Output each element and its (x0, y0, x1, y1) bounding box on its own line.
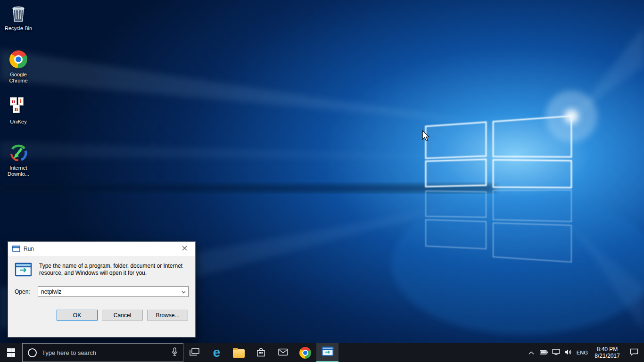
desktop-icon-label: UniKey (10, 119, 26, 125)
network-button[interactable] (550, 343, 562, 362)
desktop-icon-unikey[interactable]: uin UniKey (1, 96, 36, 125)
recycle-bin-icon (8, 3, 29, 24)
task-view-button[interactable] (183, 343, 206, 362)
ok-button[interactable]: OK (57, 310, 98, 321)
run-taskbar-button[interactable] (316, 343, 339, 362)
file-explorer-button[interactable] (228, 343, 250, 362)
desktop-icon-label: Google Chrome (2, 72, 35, 84)
run-dialog-title: Run (24, 246, 34, 252)
battery-icon (540, 349, 548, 356)
close-button[interactable] (174, 242, 195, 255)
cortana-icon (28, 348, 37, 357)
battery-button[interactable] (537, 343, 550, 362)
open-label: Open: (15, 288, 38, 295)
microphone-icon[interactable] (172, 347, 178, 358)
run-dialog-icon (15, 263, 33, 278)
unikey-icon: uin (8, 96, 29, 117)
task-view-icon (190, 348, 199, 357)
edge-button[interactable]: e (206, 343, 228, 362)
close-icon (182, 245, 187, 252)
idm-icon (8, 142, 29, 163)
file-explorer-icon (233, 349, 245, 358)
run-dialog-titlebar[interactable]: Run (8, 242, 195, 256)
volume-icon (564, 349, 572, 357)
system-tray: ENG 8:40 PM 8/21/2017 (525, 343, 644, 362)
desktop-icon-google-chrome[interactable]: Google Chrome (1, 49, 36, 84)
chrome-button[interactable] (294, 343, 316, 362)
taskbar: Type here to search e (0, 343, 644, 362)
desktop-icon-recycle-bin[interactable]: Recycle Bin (1, 3, 36, 32)
chrome-icon (299, 347, 311, 359)
clock-time: 8:40 PM (597, 346, 618, 353)
search-input[interactable]: Type here to search (22, 343, 183, 362)
language-indicator[interactable]: ENG (574, 343, 590, 362)
run-dialog-body: Type the name of a program, folder, docu… (8, 256, 195, 321)
desktop-icon-label: Internet Downlo... (2, 165, 35, 177)
run-app-icon (322, 346, 334, 358)
cancel-button[interactable]: Cancel (102, 310, 143, 321)
run-dialog: Run Type the name of a program, folder, … (8, 241, 196, 337)
browse-button[interactable]: Browse... (147, 310, 188, 321)
taskbar-clock[interactable]: 8:40 PM 8/21/2017 (590, 343, 624, 362)
chevron-down-icon (182, 288, 186, 295)
tray-expand-button[interactable] (525, 343, 537, 362)
combobox-dropdown-button[interactable] (179, 287, 188, 296)
desktop: Recycle Bin Google Chrome uin UniKey (0, 0, 644, 362)
open-combobox[interactable]: netplwiz (38, 286, 189, 297)
edge-icon: e (213, 346, 221, 359)
search-placeholder: Type here to search (42, 349, 166, 356)
chevron-up-icon (528, 349, 534, 356)
mail-icon (278, 348, 288, 357)
desktop-icon-label: Recycle Bin (5, 25, 32, 32)
network-icon (552, 349, 560, 356)
run-icon (12, 246, 20, 252)
store-button[interactable] (250, 343, 272, 362)
mail-button[interactable] (272, 343, 294, 362)
windows-logo-icon (7, 348, 16, 357)
desktop-icon-internet-download-manager[interactable]: Internet Downlo... (1, 142, 36, 177)
store-icon (256, 347, 265, 358)
open-combobox-value: netplwiz (38, 288, 179, 295)
run-dialog-description: Type the name of a program, folder, docu… (39, 263, 189, 278)
start-button[interactable] (0, 343, 22, 362)
action-center-icon (630, 348, 638, 357)
chrome-icon (8, 49, 29, 70)
action-center-button[interactable] (624, 343, 644, 362)
clock-date: 8/21/2017 (594, 353, 619, 359)
volume-button[interactable] (562, 343, 574, 362)
